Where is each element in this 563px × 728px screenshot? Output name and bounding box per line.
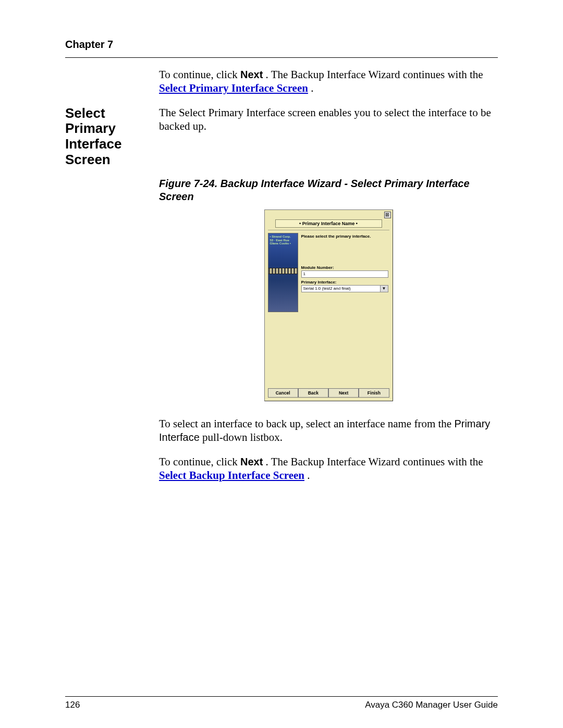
chevron-down-icon[interactable]: ▼ [380, 286, 388, 292]
text: . [307, 469, 310, 482]
next-label: Next [240, 69, 263, 80]
cancel-button[interactable]: Cancel [268, 388, 298, 398]
sidebar-text: Glans Cooks • [270, 242, 296, 245]
body-grid: To continue, click Next . The Backup Int… [65, 68, 498, 492]
sidebar-band [268, 268, 298, 274]
text: pull-down listbox. [202, 431, 283, 443]
wizard-dialog: ⊠ • Primary Interface Name • • Strand Co… [264, 209, 393, 401]
text: . The Backup Interface Wizard continues … [266, 455, 483, 468]
continue-paragraph: To continue, click Next . The Backup Int… [159, 455, 498, 483]
back-button[interactable]: Back [298, 388, 328, 398]
primary-interface-value: Serial 1:0 (test2 and final) [303, 286, 351, 291]
figure-caption: Figure 7-24. Backup Interface Wizard - S… [159, 177, 498, 203]
primary-interface-label: Primary Interface: [301, 280, 337, 285]
wizard-sidebar-graphic: • Strand Corp. 53 · East Rue Glans Cooks… [268, 233, 298, 312]
xref-select-primary[interactable]: Select Primary Interface Screen [159, 82, 308, 94]
running-header: Chapter 7 [65, 39, 113, 51]
wizard-title: • Primary Interface Name • [275, 219, 382, 228]
post-figure-paragraph: To select an interface to back up, selec… [159, 417, 498, 445]
module-number-value: 1 [303, 272, 305, 276]
text: To continue, click [159, 455, 240, 468]
text: . The Backup Interface Wizard continues … [266, 68, 483, 81]
module-number-field[interactable]: 1 [301, 270, 388, 278]
text: To select an interface to back up, selec… [159, 417, 454, 430]
finish-button[interactable]: Finish [359, 388, 389, 398]
text: To continue, click [159, 68, 240, 81]
xref-select-backup[interactable]: Select Backup Interface Screen [159, 469, 304, 482]
close-icon[interactable]: ⊠ [384, 212, 391, 218]
doc-title-footer: Avaya C360 Manager User Guide [365, 700, 498, 710]
wizard-divider [268, 230, 389, 230]
next-button[interactable]: Next [328, 388, 359, 398]
text: . [311, 82, 313, 94]
figure-body: ⊠ • Primary Interface Name • • Strand Co… [159, 209, 498, 401]
intro-paragraph: To continue, click Next . The Backup Int… [159, 68, 498, 95]
next-label: Next [240, 456, 263, 467]
section-heading: Select Primary Interface Screen [65, 106, 154, 168]
lead-paragraph: The Select Primary Interface screen enab… [159, 106, 498, 158]
wizard-button-bar: Cancel Back Next Finish [268, 388, 389, 398]
module-number-label: Module Number: [301, 265, 334, 270]
document-page: Chapter 7 To continue, click Next . The … [0, 0, 563, 728]
primary-interface-combobox[interactable]: Serial 1:0 (test2 and final) ▼ [301, 285, 388, 292]
sidebar-text: 53 · East Rue [270, 239, 296, 242]
page-number: 126 [65, 700, 80, 710]
header-rule [65, 57, 498, 58]
instruction-text: Please select the primary interface. [301, 234, 371, 239]
sidebar-text: • Strand Corp. [270, 235, 296, 239]
footer-rule [65, 696, 498, 697]
